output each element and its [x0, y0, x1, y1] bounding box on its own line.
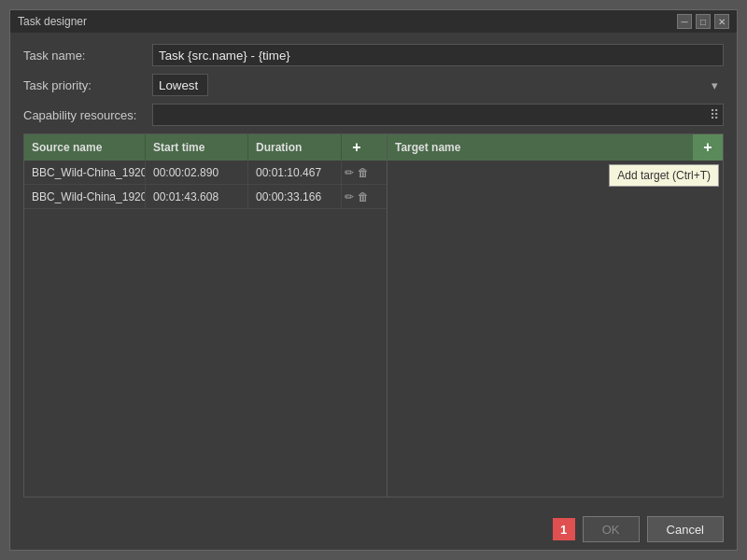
maximize-button[interactable]: □ [696, 14, 711, 29]
left-table-header: Source name Start time Duration + [24, 134, 387, 161]
source-name-cell: BBC_Wild-China_1920x... [24, 185, 146, 208]
dialog-footer: 1 OK Cancel [10, 509, 737, 550]
edit-icon[interactable]: ✏ [345, 190, 354, 203]
page-number: 1 [553, 518, 575, 540]
grid-icon[interactable]: ⠿ [710, 107, 719, 122]
row-actions: ✏ 🗑 [342, 161, 372, 184]
ok-button[interactable]: OK [583, 516, 640, 542]
duration-cell: 00:01:10.467 [248, 161, 342, 184]
task-priority-label: Task priority: [23, 78, 145, 92]
start-time-cell: 00:01:43.608 [146, 185, 248, 208]
task-name-row: Task name: [23, 44, 724, 66]
task-priority-select[interactable]: Lowest Low Normal High Highest [152, 74, 208, 96]
row-actions: ✏ 🗑 [342, 185, 372, 208]
th-start: Start time [146, 134, 248, 161]
left-table-body: BBC_Wild-China_1920x... 00:00:02.890 00:… [24, 161, 387, 497]
start-time-cell: 00:00:02.890 [146, 161, 248, 184]
task-name-input[interactable] [152, 44, 724, 66]
task-priority-select-wrapper: Lowest Low Normal High Highest [152, 74, 724, 96]
task-name-label: Task name: [23, 49, 145, 63]
close-button[interactable]: ✕ [714, 14, 729, 29]
duration-cell: 00:00:33.166 [248, 185, 342, 208]
table-section: Source name Start time Duration + BBC_Wi… [23, 133, 724, 497]
right-table-header: Target name + [388, 134, 723, 161]
delete-icon[interactable]: 🗑 [358, 166, 369, 179]
table-row: BBC_Wild-China_1920x... 00:00:02.890 00:… [24, 161, 387, 185]
capability-resources-row: Capability resources: ⠿ [23, 104, 724, 126]
delete-icon[interactable]: 🗑 [358, 190, 369, 203]
right-table-body: Add target (Ctrl+T) [388, 161, 723, 497]
right-table: Target name + Add target (Ctrl+T) [388, 133, 724, 497]
dialog-title: Task designer [18, 15, 87, 28]
add-target-tooltip: Add target (Ctrl+T) [609, 164, 719, 187]
edit-icon[interactable]: ✏ [345, 166, 354, 179]
capability-resources-label: Capability resources: [23, 108, 145, 122]
title-bar-buttons: ─ □ ✕ [677, 14, 729, 29]
task-designer-dialog: Task designer ─ □ ✕ Task name: Task prio… [9, 9, 738, 551]
task-priority-row: Task priority: Lowest Low Normal High Hi… [23, 74, 724, 96]
minimize-button[interactable]: ─ [677, 14, 692, 29]
title-bar: Task designer ─ □ ✕ [10, 10, 737, 33]
th-target: Target name [388, 134, 693, 161]
left-table: Source name Start time Duration + BBC_Wi… [23, 133, 388, 497]
add-target-button[interactable]: + [693, 134, 723, 161]
th-duration: Duration [248, 134, 342, 161]
capability-resources-input[interactable]: ⠿ [152, 104, 724, 126]
source-name-cell: BBC_Wild-China_1920x... [24, 161, 146, 184]
th-add-source-button[interactable]: + [342, 134, 372, 161]
th-source: Source name [24, 134, 146, 161]
table-row: BBC_Wild-China_1920x... 00:01:43.608 00:… [24, 185, 387, 209]
cancel-button[interactable]: Cancel [647, 516, 724, 542]
dialog-content: Task name: Task priority: Lowest Low Nor… [10, 33, 737, 509]
